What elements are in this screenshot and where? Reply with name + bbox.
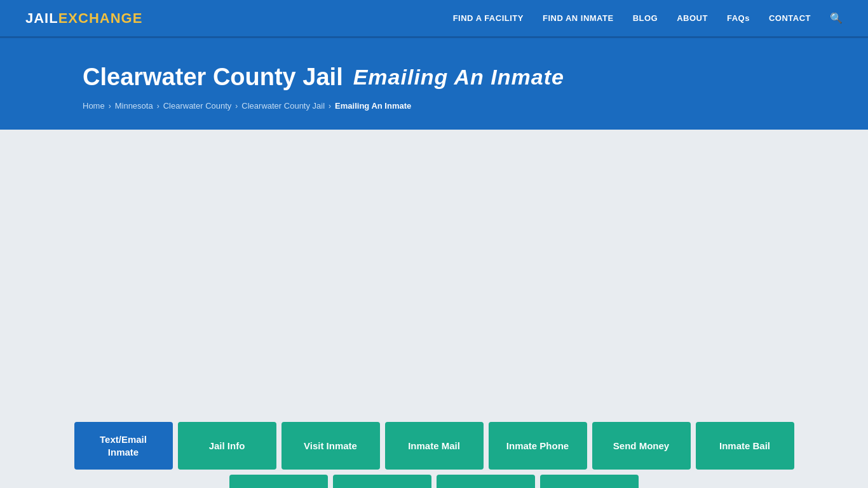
logo[interactable]: JAIL EXCHANGE <box>25 10 142 27</box>
main-nav: FIND A FACILITYFIND AN INMATEBLOGABOUTFA… <box>453 12 843 24</box>
btn-inmate-mail[interactable]: Inmate Mail <box>385 422 484 470</box>
button-row-2: Inmate SearchRemote VisitsCOVID InfoNear… <box>83 475 785 488</box>
nav-item-about[interactable]: ABOUT <box>677 13 708 23</box>
breadcrumb-item-3[interactable]: Clearwater County Jail <box>241 101 325 111</box>
breadcrumb-item-0[interactable]: Home <box>83 101 105 111</box>
nav-item-blog[interactable]: BLOG <box>633 13 658 23</box>
nav-item-find-inmate[interactable]: FIND AN INMATE <box>543 13 614 23</box>
page-title-sub: Emailing An Inmate <box>353 65 564 90</box>
logo-exchange: EXCHANGE <box>58 10 143 27</box>
breadcrumb-item-1[interactable]: Minnesota <box>115 101 153 111</box>
nav-item-faqs[interactable]: FAQs <box>727 13 750 23</box>
search-icon[interactable]: 🔍 <box>830 12 843 24</box>
page-title: Clearwater County Jail Emailing An Inmat… <box>83 64 843 91</box>
btn-remote-visits[interactable]: Remote Visits <box>333 475 431 488</box>
hero-section: Clearwater County Jail Emailing An Inmat… <box>0 38 868 130</box>
page-title-main: Clearwater County Jail <box>83 64 343 91</box>
site-header: JAIL EXCHANGE FIND A FACILITYFIND AN INM… <box>0 0 868 38</box>
btn-inmate-bail[interactable]: Inmate Bail <box>696 422 794 470</box>
btn-text-email-inmate[interactable]: Text/Email Inmate <box>74 422 173 470</box>
logo-jail: JAIL <box>25 10 58 27</box>
breadcrumb-sep-3: › <box>329 102 331 111</box>
breadcrumb-item-4: Emailing An Inmate <box>335 101 411 111</box>
btn-jail-info[interactable]: Jail Info <box>178 422 276 470</box>
breadcrumb-sep-1: › <box>157 102 159 111</box>
btn-inmate-search[interactable]: Inmate Search <box>229 475 328 488</box>
btn-nearby-jails[interactable]: Nearby Jails <box>540 475 639 488</box>
breadcrumb-sep-2: › <box>235 102 238 111</box>
nav-item-find-facility[interactable]: FIND A FACILITY <box>453 13 524 23</box>
breadcrumb: Home›Minnesota›Clearwater County›Clearwa… <box>83 101 843 111</box>
button-section: Text/Email InmateJail InfoVisit InmateIn… <box>0 422 868 488</box>
breadcrumb-item-2[interactable]: Clearwater County <box>163 101 232 111</box>
btn-send-money[interactable]: Send Money <box>592 422 691 470</box>
btn-inmate-phone[interactable]: Inmate Phone <box>489 422 587 470</box>
btn-covid-info[interactable]: COVID Info <box>437 475 535 488</box>
main-content-area <box>0 130 868 422</box>
button-row-1: Text/Email InmateJail InfoVisit InmateIn… <box>83 422 785 470</box>
breadcrumb-sep-0: › <box>109 102 111 111</box>
btn-visit-inmate[interactable]: Visit Inmate <box>281 422 380 470</box>
nav-item-contact[interactable]: CONTACT <box>769 13 811 23</box>
